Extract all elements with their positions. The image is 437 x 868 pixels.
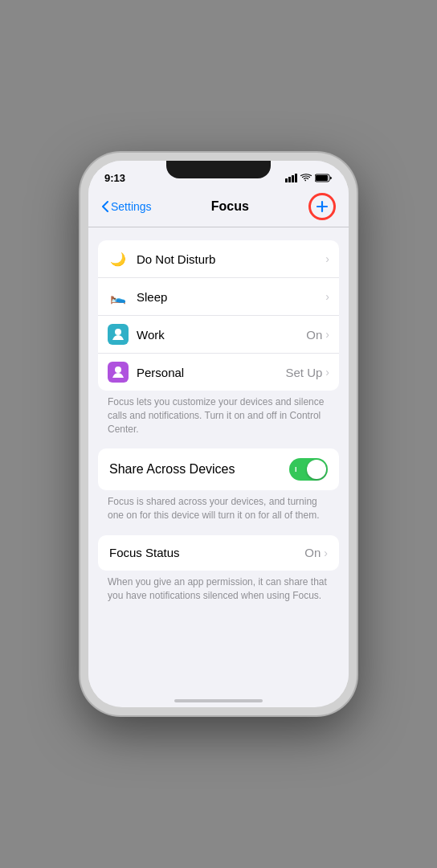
svg-rect-2: [292, 175, 294, 182]
phone-screen: 9:13: [88, 161, 349, 707]
focus-list: 🌙 Do Not Disturb › 🛌 Sleep ›: [98, 240, 339, 391]
svg-point-6: [115, 329, 121, 335]
chevron-left-icon: [101, 200, 109, 213]
focus-description: Focus lets you customize your devices an…: [108, 395, 329, 436]
chevron-icon: ›: [325, 252, 329, 265]
status-time: 9:13: [104, 172, 125, 184]
list-item[interactable]: Work On ›: [98, 316, 339, 354]
nav-bar: Settings Focus: [88, 190, 349, 227]
svg-rect-3: [295, 174, 297, 182]
share-across-devices-row[interactable]: Share Across Devices I: [98, 448, 339, 490]
chevron-icon: ›: [325, 328, 329, 341]
svg-point-7: [115, 366, 121, 373]
work-icon: [108, 324, 129, 345]
person-icon: [112, 366, 124, 379]
svg-rect-0: [285, 178, 288, 182]
focus-status-label: Focus Status: [109, 546, 304, 559]
list-item[interactable]: Personal Set Up ›: [98, 354, 339, 391]
focus-status-description: When you give an app permission, it can …: [108, 575, 329, 603]
share-across-devices-label: Share Across Devices: [109, 462, 289, 477]
list-item[interactable]: 🛌 Sleep ›: [98, 278, 339, 316]
plus-icon: [316, 200, 329, 213]
notch: [166, 161, 271, 178]
sleep-icon: 🛌: [108, 286, 129, 307]
sleep-label: Sleep: [137, 290, 325, 304]
back-button[interactable]: Settings: [101, 200, 152, 213]
focus-status-item[interactable]: Focus Status On ›: [98, 535, 339, 571]
page-title: Focus: [211, 199, 249, 214]
personal-label: Personal: [137, 366, 285, 379]
scroll-content: 🌙 Do Not Disturb › 🛌 Sleep ›: [88, 227, 349, 703]
work-label: Work: [137, 328, 306, 342]
wifi-icon: [300, 174, 312, 182]
focus-status-value: On: [304, 546, 321, 559]
share-description: Focus is shared across your devices, and…: [108, 495, 329, 522]
back-label: Settings: [111, 200, 152, 213]
personal-value: Set Up: [285, 366, 322, 379]
svg-rect-5: [316, 175, 328, 181]
personal-icon: [108, 362, 129, 383]
chevron-icon: ›: [325, 290, 329, 303]
do-not-disturb-label: Do Not Disturb: [137, 252, 325, 266]
add-button[interactable]: [308, 193, 336, 220]
battery-icon: [315, 174, 333, 182]
status-icons: [285, 174, 333, 182]
work-value: On: [306, 328, 322, 342]
home-bar: [174, 699, 263, 702]
share-across-devices-toggle[interactable]: I: [289, 458, 328, 481]
list-item[interactable]: 🌙 Do Not Disturb ›: [98, 240, 339, 278]
chevron-icon: ›: [324, 547, 328, 559]
signal-icon: [285, 174, 297, 182]
focus-status-section: Focus Status On ›: [98, 535, 339, 571]
phone-frame: 9:13: [80, 153, 357, 715]
do-not-disturb-icon: 🌙: [108, 248, 129, 269]
toggle-on-text: I: [295, 465, 297, 473]
toggle-knob: [307, 460, 326, 479]
chevron-icon: ›: [325, 366, 329, 379]
person-icon: [112, 328, 124, 341]
svg-rect-1: [288, 177, 291, 182]
